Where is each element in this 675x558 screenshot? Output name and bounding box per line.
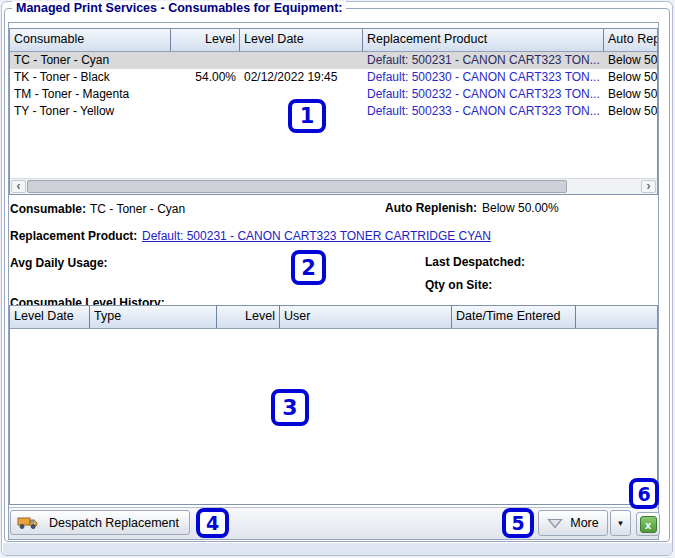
managed-print-services-window: Managed Print Services - Consumables for…: [0, 0, 675, 558]
history-column-user[interactable]: User: [280, 306, 452, 328]
despatch-replacement-label: Despatch Replacement: [39, 516, 189, 530]
chevron-down-icon: [547, 518, 563, 529]
annotation-badge-3: 3: [271, 389, 309, 426]
column-header-auto-rep[interactable]: Auto Rep: [604, 29, 657, 51]
excel-icon: x: [640, 516, 657, 533]
consumable-level-date: [240, 52, 363, 69]
annotation-badge-5: 5: [502, 508, 534, 538]
consumable-level: 54.00%: [171, 69, 240, 86]
replacement-product-link[interactable]: Default: 500232 - CANON CART323 TON...: [363, 86, 604, 103]
annotation-badge-6: 6: [629, 478, 659, 509]
scroll-left-button[interactable]: ‹: [11, 180, 26, 193]
annotation-badge-1: 1: [288, 99, 326, 133]
consumable-row-tk[interactable]: TK - Toner - Black 54.00% 02/12/2022 19:…: [10, 69, 657, 86]
last-despatched-label: Last Despatched:: [425, 255, 525, 269]
replacement-product-link[interactable]: Default: 500233 - CANON CART323 TON...: [363, 103, 604, 120]
history-column-filler: [576, 306, 657, 328]
replacement-product-detail-link[interactable]: Default: 500231 - CANON CART323 TONER CA…: [142, 229, 491, 243]
consumable-level: [171, 52, 240, 69]
scroll-right-button[interactable]: ›: [641, 180, 656, 193]
replacement-product-link[interactable]: Default: 500230 - CANON CART323 TON...: [363, 69, 604, 86]
truck-icon: [17, 515, 39, 531]
qty-on-site-label: Qty on Site:: [425, 278, 492, 292]
consumable-value: TC - Toner - Cyan: [90, 202, 185, 216]
history-column-level[interactable]: Level: [217, 306, 280, 328]
more-button[interactable]: More: [538, 510, 608, 536]
auto-replenish-value: Below 50.00%: [482, 201, 559, 215]
consumable-name: TK - Toner - Black: [10, 69, 171, 86]
history-table: Level Date Type Level User Date/Time Ent…: [9, 305, 658, 505]
group-box-title: Managed Print Services - Consumables for…: [12, 1, 346, 15]
more-dropdown-button[interactable]: ▼: [610, 510, 631, 536]
consumable-level-date: 02/12/2022 19:45: [240, 69, 363, 86]
horizontal-scrollbar[interactable]: ‹ ›: [10, 178, 657, 194]
annotation-badge-2: 2: [291, 250, 326, 285]
auto-replenish-label: Auto Replenish:: [385, 201, 477, 215]
consumable-row-tm[interactable]: TM - Toner - Magenta Default: 500232 - C…: [10, 86, 657, 103]
consumable-name: TC - Toner - Cyan: [10, 52, 171, 69]
avg-daily-usage-label: Avg Daily Usage:: [10, 256, 108, 270]
more-label: More: [570, 516, 598, 530]
history-column-datetime-entered[interactable]: Date/Time Entered: [452, 306, 576, 328]
window-footer-strip: [3, 543, 672, 555]
consumable-label: Consumable:: [10, 202, 86, 216]
consumable-row-tc[interactable]: TC - Toner - Cyan Default: 500231 - CANO…: [10, 52, 657, 69]
column-header-level[interactable]: Level: [171, 29, 240, 51]
auto-rep-value: Below 50.: [604, 52, 657, 69]
replacement-product-link[interactable]: Default: 500231 - CANON CART323 TON...: [363, 52, 604, 69]
column-header-level-date[interactable]: Level Date: [240, 29, 363, 51]
consumables-table-header: Consumable Level Level Date Replacement …: [10, 29, 657, 52]
auto-rep-value: Below 50.: [604, 86, 657, 103]
history-column-type[interactable]: Type: [90, 306, 217, 328]
auto-rep-value: Below 50.: [604, 103, 657, 120]
consumable-name: TY - Toner - Yellow: [10, 103, 171, 120]
consumable-level: [171, 86, 240, 103]
history-table-header: Level Date Type Level User Date/Time Ent…: [10, 306, 657, 329]
despatch-replacement-button[interactable]: Despatch Replacement: [10, 510, 190, 535]
dropdown-arrow-icon: ▼: [617, 519, 625, 528]
replacement-product-label: Replacement Product:: [10, 229, 137, 243]
column-header-consumable[interactable]: Consumable: [10, 29, 171, 51]
column-header-replacement-product[interactable]: Replacement Product: [363, 29, 604, 51]
consumable-level: [171, 103, 240, 120]
history-column-level-date[interactable]: Level Date: [10, 306, 90, 328]
consumable-name: TM - Toner - Magenta: [10, 86, 171, 103]
annotation-badge-4: 4: [196, 508, 229, 538]
excel-export-button[interactable]: x: [636, 512, 660, 536]
auto-rep-value: Below 50.: [604, 69, 657, 86]
consumables-table: Consumable Level Level Date Replacement …: [9, 28, 658, 195]
consumable-row-ty[interactable]: TY - Toner - Yellow Default: 500233 - CA…: [10, 103, 657, 120]
scroll-thumb[interactable]: [27, 180, 567, 193]
